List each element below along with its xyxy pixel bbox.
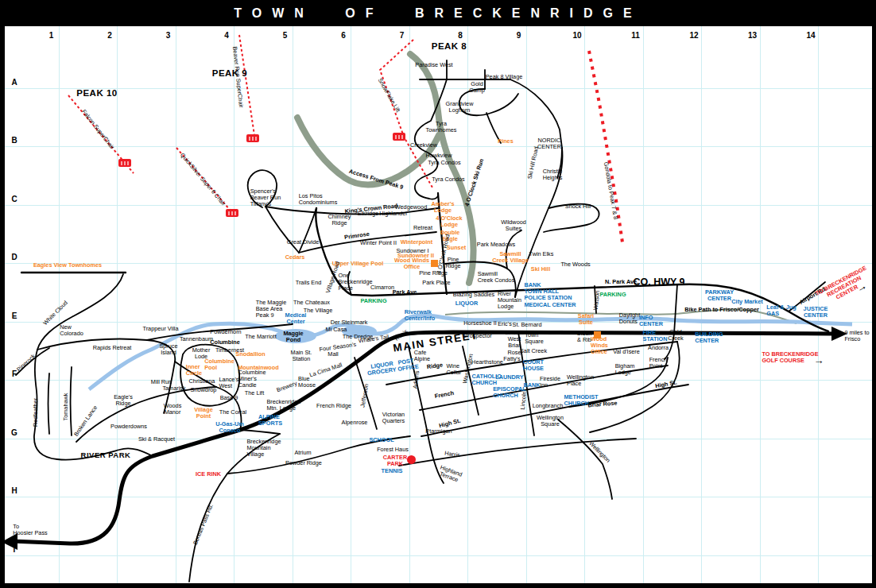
map-label: Harris: [444, 451, 460, 459]
map-label: Atrium: [294, 450, 311, 456]
map-label: Horseshoe II: [463, 320, 496, 327]
map-label: LIQUOR POST GROCERY OFFICE: [366, 357, 420, 377]
map-label: Pine Ridge: [445, 257, 460, 269]
map-label: Powderhorn: [210, 329, 241, 335]
map-label: Trails End: [296, 280, 322, 286]
map-label: Rapids Retreat: [93, 345, 132, 351]
map-label: Wellington: [587, 440, 611, 464]
map-label: Powderdowns: [110, 424, 147, 430]
map-label: Mall: [328, 351, 338, 358]
map-label: Andorra: [648, 345, 669, 351]
map-label: Riverwalk Center/Info: [405, 309, 436, 322]
map-label: River Mountain Lodge: [498, 291, 521, 311]
label-layer: PEAK 10PEAK 9PEAK 8Falcon SuperChairBeav…: [0, 0, 876, 588]
map-label: Grandview Loghorn: [446, 101, 474, 114]
map-label: Boreas Pass Rd.: [192, 503, 215, 546]
map-label: Der Steinmark: [331, 319, 368, 326]
map-label: BUILDING CENTER: [695, 331, 723, 344]
map-label: Fatty's: [503, 356, 520, 362]
map-label: High St.: [655, 380, 678, 390]
map-label: Tyra Townhomes: [426, 121, 457, 133]
map-label: French Ridge: [316, 403, 351, 409]
map-label: Redfeather: [33, 398, 39, 427]
map-label: Gold Camp: [469, 81, 484, 94]
map-label: LAUNDRY: [495, 374, 523, 381]
map-label: ALPINE SPORTS: [258, 414, 282, 427]
map-label: PEAK 9: [212, 68, 248, 79]
map-label: SnowFlake Lift: [376, 77, 401, 114]
map-label: The Marriott: [245, 334, 276, 340]
map-label: The Lift: [245, 390, 264, 397]
map-label: FIRE STATION: [643, 330, 668, 342]
map-label: Cafe Alpine: [414, 350, 430, 362]
map-label: PARKING: [599, 292, 626, 298]
map-label: Victorian Quarters: [382, 412, 405, 424]
map-label: Park Meadows: [477, 242, 515, 248]
map-label: TENNIS: [382, 468, 403, 474]
map-label: Columbine: [210, 339, 240, 346]
map-label: Alpenrose: [342, 420, 368, 426]
map-label: Highlander: [379, 211, 407, 217]
map-label: RIVER PARK: [81, 451, 131, 460]
map-label: Adams: [413, 370, 421, 389]
map-label: Broken Lance: [73, 404, 99, 438]
map-label: Gondola to Peak 7 & 8: [603, 161, 619, 220]
map-label: St. Bernard: [513, 322, 542, 328]
map-label: PARKING: [360, 298, 386, 304]
map-label: Cedars: [285, 254, 305, 261]
map-label: Spruce Island: [159, 343, 177, 356]
map-label: The Village: [304, 308, 332, 314]
map-label: NORDIC CENTER: [537, 137, 561, 150]
map-label: Eric's: [498, 321, 512, 327]
map-label: Ski & Racquet: [138, 436, 175, 443]
map-label: Ptarmigan: [425, 428, 452, 435]
map-label: Cimarron: [370, 284, 394, 291]
map-label: Town Square: [525, 332, 544, 345]
map-label: Twin Elks: [529, 251, 554, 257]
map-label: Pines: [498, 138, 513, 145]
map-label: Access From Peak 9: [348, 168, 404, 191]
map-label: Tamarisk: [162, 385, 185, 392]
map-label: Base 9: [220, 395, 238, 401]
map-label: Christie Heights: [543, 168, 563, 181]
map-label: Trappeur Villa: [142, 326, 178, 332]
map-label: Wellington Place: [567, 374, 594, 387]
map-label: Sunset: [447, 245, 466, 251]
map-label: Creekview: [410, 142, 437, 149]
map-label: Wood Winds Office: [394, 257, 429, 270]
map-label: The Woods: [560, 261, 590, 268]
map-label: The Maggie Base Area Peak 9: [256, 300, 287, 319]
map-label: Shock Hill: [565, 203, 591, 210]
map-label: Wellington Square: [537, 415, 564, 427]
map-label: Longbranch: [533, 403, 564, 409]
map-label: The Chateaux: [293, 300, 330, 306]
map-label: Peak 8 Village: [486, 74, 523, 80]
map-label: Tyra Condos: [428, 160, 460, 166]
map-label: Briar Rose: [587, 400, 617, 408]
map-label: Tomahawk: [63, 393, 69, 421]
map-label: QuickSilver Super 6 Chair: [179, 152, 227, 207]
map-label: New Colorado: [60, 324, 83, 337]
map-label: Eagles View Townhomes: [33, 262, 102, 269]
map-label: PEAK 8: [432, 41, 467, 52]
map-label: French Point: [649, 357, 668, 369]
map-label: Village Point: [194, 407, 212, 420]
map-label: Bigham Lodge: [615, 363, 635, 376]
map-label: 9 miles to Frisco: [844, 330, 869, 342]
map-label: Wood Winds Office: [591, 336, 608, 356]
map-title: TOWN OF BRECKENRIDGE: [0, 0, 876, 26]
map-label: Elkridge: [358, 211, 378, 217]
map-label: French: [434, 390, 454, 400]
map-label: Retreat: [413, 225, 432, 231]
map-label: Highland Terrace: [437, 464, 463, 484]
map-label: Steak & Rib: [577, 331, 592, 343]
map-label: CO. HWY 9: [633, 277, 684, 288]
map-label: Ridge: [426, 362, 443, 371]
map-label: Pine Ridge: [419, 270, 448, 277]
map-label: Winterpoint: [401, 239, 432, 246]
map-label: INFO CENTER: [639, 315, 663, 327]
map-label: Pinerock: [16, 353, 37, 373]
map-label: The Corral: [219, 409, 246, 416]
map-label: LIQUOR: [455, 300, 478, 307]
map-label: Fireside Inn: [540, 376, 560, 389]
